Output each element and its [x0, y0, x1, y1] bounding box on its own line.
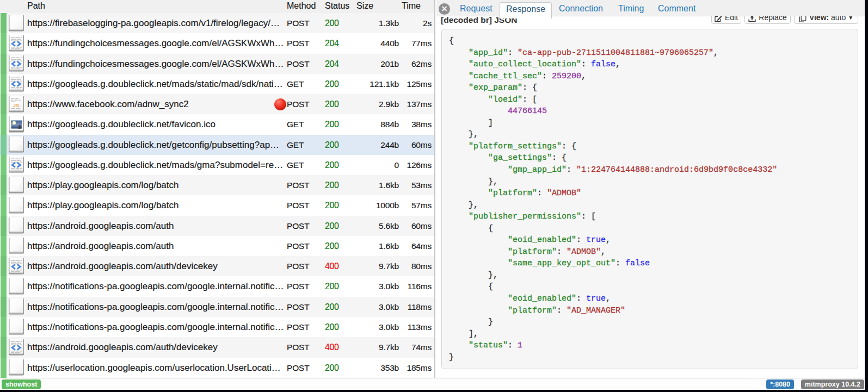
svg-text:JS: JS: [13, 102, 19, 108]
